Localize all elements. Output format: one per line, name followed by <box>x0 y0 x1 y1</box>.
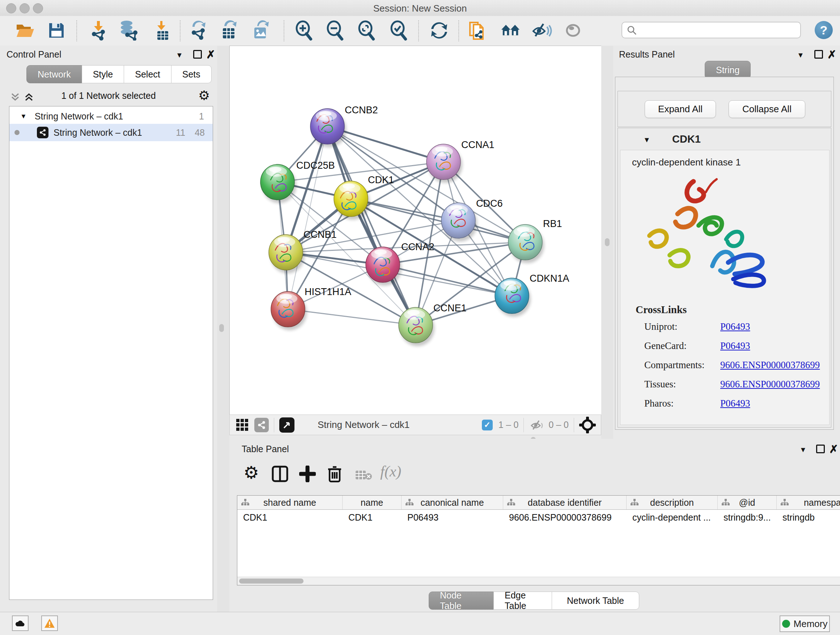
tab-node-table[interactable]: Node Table <box>429 592 494 610</box>
export-network-button[interactable] <box>189 19 209 42</box>
network-node[interactable]: HIST1H1A <box>271 287 351 330</box>
table-panel-float-icon[interactable] <box>816 445 825 453</box>
fit-selected-crosshair-icon[interactable] <box>579 417 596 433</box>
column-header-namespace[interactable]: namespace <box>777 496 840 509</box>
network-node[interactable]: RB1 <box>508 218 562 263</box>
selected-nodes-checkbox[interactable]: ✓ <box>482 420 493 431</box>
toolbar-separator <box>180 20 180 41</box>
network-node[interactable]: CCNB1 <box>269 229 337 273</box>
zoom-in-button[interactable] <box>294 19 314 42</box>
zoom-selected-button[interactable] <box>388 19 409 42</box>
results-panel-menu-icon[interactable]: ▼ <box>797 51 804 59</box>
collapse-all-button[interactable]: Collapse All <box>729 100 805 118</box>
crosslink-tissues-link[interactable]: 9606.ENSP00000378699 <box>720 379 820 390</box>
cell-shared-name[interactable]: CDK1 <box>237 510 343 525</box>
tab-sets[interactable]: Sets <box>171 65 212 83</box>
network-node[interactable]: CDC25B <box>261 160 335 203</box>
network-options-gear-icon[interactable]: ⚙ <box>198 89 210 102</box>
zoom-fit-button[interactable] <box>356 19 377 42</box>
open-session-button[interactable] <box>15 19 35 42</box>
network-node[interactable]: CDK1 <box>334 174 394 220</box>
column-header-database-identifier[interactable]: database identifier <box>503 496 627 509</box>
control-panel-tabs: Network Style Select Sets <box>27 65 212 83</box>
expand-all-button[interactable]: Expand All <box>645 100 716 118</box>
birds-eye-view-icon[interactable] <box>279 417 294 432</box>
clone-network-button[interactable] <box>468 19 488 42</box>
control-panel-close-icon[interactable]: ✗ <box>206 49 215 60</box>
import-network-file-button[interactable] <box>88 19 109 42</box>
network-status-dot <box>14 130 19 135</box>
network-canvas[interactable]: CCNB2CCNA1CDC25BCDK1CDC6RB1CCNB1CCNA2CDK… <box>229 46 602 415</box>
first-neighbors-button[interactable] <box>501 19 521 42</box>
column-header-name[interactable]: name <box>343 496 401 509</box>
save-floppy-icon <box>48 22 65 39</box>
cell-database-identifier[interactable]: 9606.ENSP00000378699 <box>503 510 627 525</box>
crosslinks-heading: CrossLinks <box>636 304 687 316</box>
memory-button[interactable]: Memory <box>780 616 830 632</box>
show-all-button[interactable] <box>563 19 583 42</box>
results-panel-close-icon[interactable]: ✗ <box>827 49 836 60</box>
network-node[interactable]: CCNB2 <box>310 105 378 147</box>
cell-namespace[interactable]: stringdb <box>777 510 840 525</box>
network-graph[interactable]: CCNB2CCNA1CDC25BCDK1CDC6RB1CCNB1CCNA2CDK… <box>230 46 602 415</box>
right-splitter-grip[interactable] <box>605 238 609 246</box>
left-splitter-grip[interactable] <box>219 324 224 332</box>
table-options-gear-icon[interactable]: ⚙ <box>243 464 259 481</box>
protein-collapse-icon[interactable]: ▼ <box>643 136 651 143</box>
column-header-id[interactable]: @id <box>718 496 777 509</box>
cell-canonical-name[interactable]: P06493 <box>401 510 503 525</box>
tab-style[interactable]: Style <box>82 65 125 83</box>
network-node[interactable]: CCNA1 <box>426 139 494 183</box>
network-row[interactable]: String Network – cdk1 11 48 <box>9 124 213 141</box>
column-header-canonical-name[interactable]: canonical name <box>401 496 503 509</box>
crosslink-genecard-link[interactable]: P06493 <box>720 340 750 352</box>
table-scrollbar-thumb[interactable] <box>239 578 303 584</box>
export-table-button[interactable] <box>219 19 240 42</box>
table-row[interactable]: CDK1 CDK1 P06493 9606.ENSP00000378699 cy… <box>237 510 840 525</box>
help-button[interactable]: ? <box>815 21 833 39</box>
search-input[interactable] <box>637 25 790 35</box>
network-view-icon[interactable] <box>254 418 269 432</box>
export-image-button[interactable] <box>251 19 271 42</box>
refresh-button[interactable] <box>429 19 449 42</box>
cell-name[interactable]: CDK1 <box>343 510 401 525</box>
tab-edge-table[interactable]: Edge Table <box>493 592 552 610</box>
left-splitter[interactable] <box>217 46 229 612</box>
results-panel-tabs: String <box>703 61 751 79</box>
table-horizontal-scrollbar[interactable] <box>237 577 840 585</box>
cell-id[interactable]: stringdb:9... <box>718 510 777 525</box>
grid-view-icon[interactable] <box>235 418 249 432</box>
network-collection-row[interactable]: ▼ String Network – cdk1 1 <box>9 109 213 124</box>
network-edge[interactable] <box>288 309 416 325</box>
cell-description[interactable]: cyclin-dependent ... <box>627 510 718 525</box>
table-panel-menu-icon[interactable]: ▼ <box>799 446 807 453</box>
save-session-button[interactable] <box>46 19 66 42</box>
cloud-button[interactable] <box>12 616 28 631</box>
warnings-button[interactable] <box>41 616 58 631</box>
tab-network[interactable]: Network <box>27 65 82 83</box>
tab-select[interactable]: Select <box>124 65 171 83</box>
crosslink-pharos-link[interactable]: P06493 <box>720 398 750 409</box>
network-edge[interactable] <box>288 126 327 309</box>
crosslink-uniprot-link[interactable]: P06493 <box>720 321 750 333</box>
namespace-tree-icon <box>630 499 639 507</box>
hide-selected-button[interactable] <box>532 19 552 42</box>
import-network-database-button[interactable] <box>118 19 138 42</box>
crosslink-compartments-link[interactable]: 9606.ENSP00000378699 <box>720 359 820 371</box>
tab-network-table[interactable]: Network Table <box>552 592 639 610</box>
column-header-shared-name[interactable]: shared name <box>237 496 343 509</box>
zoom-out-button[interactable] <box>325 19 345 42</box>
delete-column-icon[interactable] <box>327 465 343 483</box>
collection-collapse-icon[interactable]: ▼ <box>20 113 27 119</box>
results-panel-float-icon[interactable] <box>814 50 823 59</box>
tab-string[interactable]: String <box>705 61 751 79</box>
add-column-icon[interactable] <box>299 466 316 482</box>
column-header-description[interactable]: description <box>627 496 718 509</box>
show-columns-icon[interactable] <box>272 466 288 482</box>
network-node[interactable]: CCNE1 <box>399 302 467 346</box>
import-table-file-button[interactable] <box>151 19 172 42</box>
network-node[interactable]: CDKN1A <box>495 273 569 317</box>
table-panel-close-icon[interactable]: ✗ <box>829 444 838 455</box>
control-panel-menu-icon[interactable]: ▼ <box>176 51 183 59</box>
control-panel-float-icon[interactable] <box>193 50 202 59</box>
